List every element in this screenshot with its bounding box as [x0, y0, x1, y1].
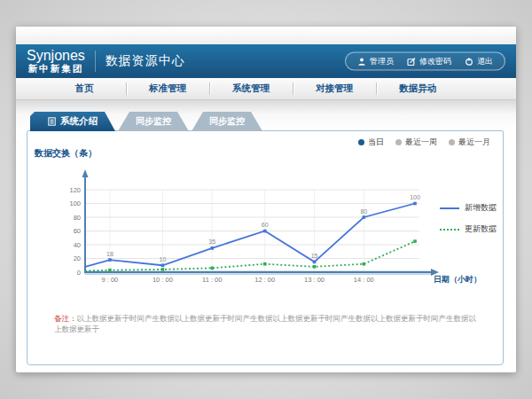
- filter-last-week[interactable]: 最近一周: [395, 137, 437, 148]
- legend-label: 新增数据: [465, 202, 497, 214]
- page-title: 数据资源中心: [106, 53, 185, 69]
- chart-point: [161, 263, 165, 267]
- x-axis-title: 日期（小时）: [434, 275, 481, 284]
- chart-point: [363, 215, 366, 219]
- x-tick-label: 10 : 00: [153, 276, 173, 284]
- tab-bar: 系统介绍 同步监控 同步监控: [30, 112, 265, 131]
- x-tick-label: 12 : 00: [254, 276, 275, 284]
- x-tick-label: 11 : 00: [202, 276, 222, 284]
- y-tick-label: 60: [74, 227, 81, 235]
- chart-legend: 新增数据 更新数据: [440, 202, 497, 235]
- x-tick-label: 13 : 00: [304, 276, 325, 284]
- radio-icon: [358, 139, 364, 145]
- window-top-strip: [16, 27, 516, 44]
- point-label: 10: [160, 256, 167, 262]
- filter-today[interactable]: 当日: [358, 137, 384, 148]
- filter-label: 当日: [368, 137, 384, 148]
- chart-line: [85, 241, 415, 270]
- filter-label: 最近一周: [405, 137, 437, 148]
- chart-point: [210, 246, 214, 250]
- chart-point: [363, 262, 366, 266]
- date-range-filter-group: 当日 最近一周 最近一月: [358, 137, 490, 148]
- logo-primary-text: Synjones: [27, 49, 85, 64]
- logo-secondary-text: 新中新集团: [28, 64, 84, 74]
- chart-point: [108, 269, 112, 272]
- nav-item-standard-mgmt[interactable]: 标准管理: [126, 78, 209, 99]
- company-logo: Synjones 新中新集团: [27, 49, 85, 74]
- logout-button[interactable]: 退出: [465, 56, 493, 67]
- y-axis-title: 数据交换（条）: [35, 147, 97, 160]
- legend-item-updated-data[interactable]: 更新数据: [440, 223, 497, 235]
- app-window: Synjones 新中新集团 数据资源中心 管理员: [16, 27, 516, 372]
- chart-point: [161, 268, 165, 271]
- point-label: 35: [208, 239, 215, 245]
- nav-item-home[interactable]: 首页: [43, 78, 126, 99]
- user-menu: 管理员 修改密码 退出: [345, 52, 505, 71]
- line-chart-svg: 9 : 0010 : 0011 : 0012 : 0013 : 0014 : 0…: [54, 164, 497, 293]
- chart-point: [313, 265, 317, 269]
- x-tick-label: 14 : 00: [354, 276, 374, 284]
- change-password-button[interactable]: 修改密码: [407, 56, 451, 67]
- dotted-line-icon: [440, 229, 459, 231]
- nav-item-data-changes[interactable]: 数据异动: [376, 78, 459, 99]
- tab-label: 同步监控: [209, 115, 245, 128]
- note-text: 以上数据更新于时间产生数据以上数据更新于时间产生数据以上数据更新于时间产生数据以…: [54, 314, 476, 333]
- y-axis-arrow: [82, 169, 89, 177]
- tab-sync-monitor-2[interactable]: 同步监控: [192, 112, 262, 131]
- line-chart: 9 : 0010 : 0011 : 0012 : 0013 : 0014 : 0…: [54, 164, 497, 293]
- nav-item-interface-mgmt[interactable]: 对接管理: [293, 78, 376, 99]
- content-panel: 当日 最近一周 最近一月 数据交换（条） 9 : 0010 : 0011 : 0…: [27, 130, 504, 365]
- chart-point: [313, 261, 317, 264]
- y-tick-label: 80: [74, 214, 81, 222]
- point-label: 100: [410, 194, 420, 200]
- filter-label: 最近一月: [458, 137, 490, 148]
- point-label: 60: [262, 222, 269, 228]
- chart-point: [108, 258, 112, 262]
- point-label: 15: [311, 253, 318, 259]
- radio-icon: [395, 139, 402, 145]
- user-name-label: 管理员: [370, 56, 394, 67]
- logout-label: 退出: [477, 56, 493, 67]
- power-icon: [465, 57, 473, 66]
- tab-label: 系统介绍: [60, 115, 98, 128]
- tab-system-intro[interactable]: 系统介绍: [30, 112, 115, 131]
- app-header: Synjones 新中新集团 数据资源中心 管理员: [16, 44, 516, 78]
- legend-label: 更新数据: [465, 223, 497, 235]
- chart-point: [413, 202, 417, 206]
- y-tick-label: 0: [77, 269, 81, 277]
- legend-item-new-data[interactable]: 新增数据: [440, 202, 497, 214]
- chart-point: [263, 262, 267, 266]
- footer-note: 备注：以上数据更新于时间产生数据以上数据更新于时间产生数据以上数据更新于时间产生…: [54, 314, 480, 335]
- point-label: 18: [106, 251, 113, 257]
- nav-item-system-mgmt[interactable]: 系统管理: [209, 78, 293, 99]
- document-icon: [48, 117, 56, 126]
- chart-point: [413, 239, 417, 243]
- tab-label: 同步监控: [136, 115, 171, 128]
- user-account-button[interactable]: 管理员: [357, 56, 394, 67]
- filter-last-month[interactable]: 最近一月: [449, 137, 490, 148]
- y-tick-label: 120: [69, 186, 81, 194]
- desktop-background: Synjones 新中新集团 数据资源中心 管理员: [0, 0, 532, 399]
- main-nav: 首页 标准管理 系统管理 对接管理 数据异动: [16, 78, 516, 100]
- chart-point: [210, 267, 214, 270]
- user-icon: [357, 57, 366, 66]
- x-tick-label: 9 : 00: [102, 276, 119, 284]
- solid-line-icon: [440, 207, 459, 209]
- point-label: 80: [360, 208, 367, 215]
- y-tick-label: 20: [74, 254, 81, 262]
- change-password-label: 修改密码: [419, 56, 451, 67]
- header-divider: [95, 51, 96, 72]
- y-tick-label: 100: [69, 200, 81, 207]
- radio-icon: [449, 139, 455, 145]
- edit-icon: [407, 57, 416, 66]
- note-prefix: 备注：: [54, 314, 77, 323]
- tab-sync-monitor-1[interactable]: 同步监控: [118, 112, 189, 131]
- y-tick-label: 40: [74, 241, 81, 249]
- chart-point: [263, 230, 267, 233]
